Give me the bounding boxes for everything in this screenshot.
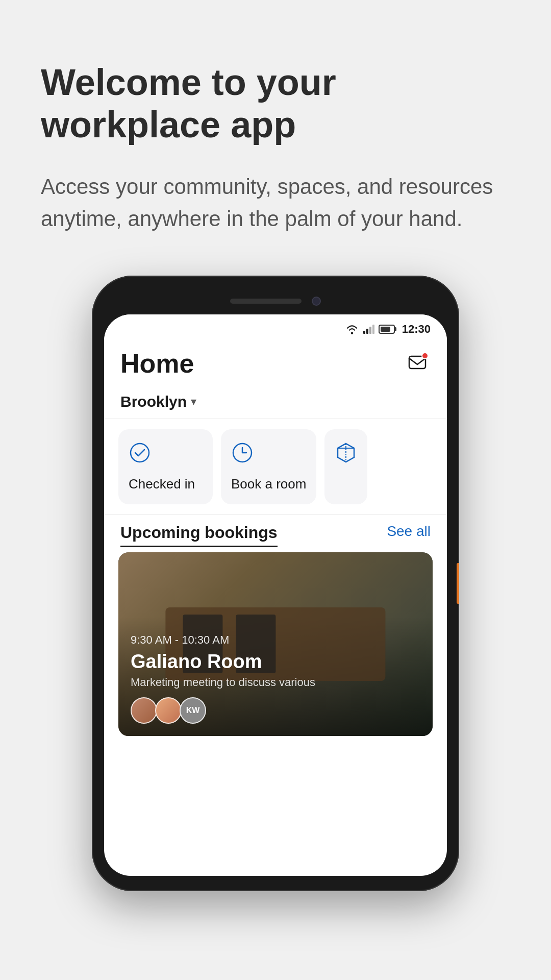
avatar-kw: KW [180, 697, 206, 724]
avatar-1 [131, 697, 157, 724]
notification-button[interactable] [404, 350, 431, 377]
avatar-2 [155, 697, 182, 724]
checked-in-label: Checked in [129, 476, 203, 492]
hero-section: Welcome to your workplace app Access you… [0, 0, 551, 265]
upcoming-bookings-header: Upcoming bookings See all [104, 515, 447, 542]
wifi-icon [345, 324, 359, 334]
book-room-card[interactable]: Book a room [221, 429, 316, 504]
hero-title: Welcome to your workplace app [41, 61, 510, 146]
checked-in-card[interactable]: Checked in [118, 429, 213, 504]
booking-time: 9:30 AM - 10:30 AM [131, 633, 420, 647]
section-title: Upcoming bookings [120, 523, 278, 547]
status-icons [345, 324, 395, 334]
phone-speaker [230, 299, 302, 304]
hero-subtitle: Access your community, spaces, and resou… [41, 170, 510, 235]
app-title: Home [120, 348, 194, 379]
see-all-button[interactable]: See all [387, 523, 431, 540]
status-time: 12:30 [402, 323, 431, 336]
book-other-card[interactable] [324, 429, 367, 504]
battery-icon [379, 325, 395, 334]
clock-icon [231, 442, 254, 464]
signal-icon [363, 324, 374, 334]
svg-rect-2 [369, 327, 371, 334]
chevron-down-icon: ▾ [191, 395, 196, 408]
status-bar: 12:30 [104, 314, 447, 340]
booking-description: Marketing meeting to discuss various [131, 676, 420, 689]
svg-point-5 [131, 444, 149, 462]
booking-attendees: KW [131, 697, 420, 724]
location-name: Brooklyn [120, 393, 187, 410]
phone-camera [312, 297, 321, 306]
notification-badge [421, 352, 429, 359]
quick-actions: Checked in Book a room [104, 419, 447, 514]
phone-mockup: 12:30 Home Brooklyn ▾ [92, 276, 459, 891]
location-selector[interactable]: Brooklyn ▾ [104, 389, 447, 419]
booking-overlay: 9:30 AM - 10:30 AM Galiano Room Marketin… [118, 552, 433, 736]
svg-rect-1 [366, 329, 368, 334]
app-header: Home [104, 340, 447, 389]
phone-notch [104, 291, 447, 311]
box-icon [335, 442, 357, 464]
phone-screen: 12:30 Home Brooklyn ▾ [104, 314, 447, 876]
section-title-wrapper: Upcoming bookings [120, 523, 278, 542]
svg-rect-0 [363, 331, 365, 334]
battery-fill [381, 327, 390, 332]
phone-outer: 12:30 Home Brooklyn ▾ [92, 276, 459, 891]
check-circle-icon [129, 442, 151, 464]
booking-room-name: Galiano Room [131, 651, 420, 673]
book-room-label: Book a room [231, 476, 306, 492]
svg-rect-3 [372, 325, 374, 334]
booking-card[interactable]: 9:30 AM - 10:30 AM Galiano Room Marketin… [118, 552, 433, 736]
